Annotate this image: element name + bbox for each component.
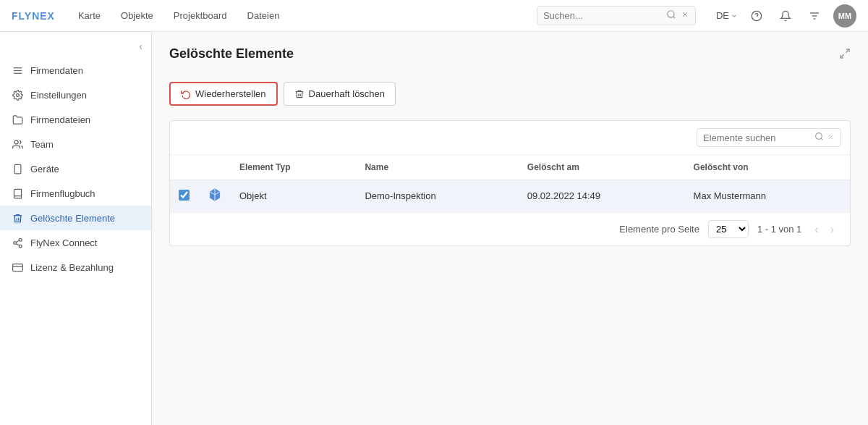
sidebar-item-firmendaten[interactable]: Firmendaten [0,58,151,83]
search-input[interactable] [543,10,662,21]
language-selector[interactable]: DE [716,10,738,21]
col-element-typ: Element Typ [231,155,356,180]
row-deleted-at: 09.02.2022 14:49 [519,180,685,212]
trash-icon [12,212,23,224]
table-search-clear-icon[interactable] [827,132,835,143]
sidebar-item-label: Firmendaten [30,65,83,76]
filter-button[interactable] [804,6,825,26]
sidebar-item-geraete[interactable]: Geräte [0,156,151,181]
svg-rect-21 [12,264,22,271]
col-checkbox [170,155,199,180]
logo: FLYNEX [12,10,55,22]
elements-table: Element Typ Name Gelöscht am Gelöscht vo… [170,155,850,212]
row-name: Demo-Inspektion [356,180,518,212]
per-page-label: Elemente pro Seite [619,224,699,235]
restore-button[interactable]: Wiederherstellen [169,82,278,106]
navbar: FLYNEX Karte Objekte Projektboard Dateie… [0,0,868,32]
prev-page-button[interactable]: ‹ [810,222,822,237]
col-icon [199,155,231,180]
action-bar: Wiederherstellen Dauerhaft löschen [169,82,851,106]
row-checkbox-cell[interactable] [170,180,199,212]
nav-dateien[interactable]: Dateien [244,10,283,21]
svg-point-25 [816,133,822,140]
svg-point-18 [19,245,22,248]
svg-point-13 [14,140,18,143]
col-geloescht-am: Gelöscht am [519,155,685,180]
svg-line-23 [846,49,849,53]
svg-line-20 [16,240,19,242]
svg-point-17 [13,241,16,244]
nav-projektboard[interactable]: Projektboard [171,10,230,21]
list-icon [12,64,23,76]
page-title: Gelöschte Elemente [169,46,294,62]
search-icon [666,9,676,22]
sidebar-item-label: Einstellungen [30,90,87,101]
svg-line-24 [841,54,844,58]
sidebar-item-label: Gelöschte Elemente [30,213,115,224]
row-type-icon-cell [199,180,231,212]
collapse-sidebar-button[interactable]: ‹ [139,41,142,52]
nav-karte[interactable]: Karte [75,10,103,21]
table-search-bar [170,121,850,155]
navbar-right: DE MM [716,4,856,28]
fullscreen-button[interactable] [839,48,851,62]
devices-icon [12,163,23,174]
table-container: Element Typ Name Gelöscht am Gelöscht vo… [169,120,851,246]
clear-search-icon[interactable] [681,10,689,21]
sidebar-item-label: FlyNex Connect [30,237,97,248]
next-page-button[interactable]: › [826,222,838,237]
col-name: Name [356,155,518,180]
sidebar-item-label: Firmenflugbuch [30,188,95,199]
table-search-input[interactable] [703,132,812,143]
book-icon [12,188,23,199]
nav-objekte[interactable]: Objekte [118,10,156,21]
layout: ‹ Firmendaten Einstellungen Firmendateie… [0,32,868,425]
table-search-icon [814,132,824,143]
per-page-select[interactable]: 25 10 50 100 [708,220,749,238]
avatar[interactable]: MM [833,4,856,28]
table-row: Objekt Demo-Inspektion 09.02.2022 14:49 … [170,180,850,212]
help-button[interactable] [746,6,767,26]
connect-icon [12,237,23,248]
page-navigation: ‹ › [810,222,838,237]
search-bar [537,6,696,25]
sidebar-item-label: Lizenz & Bezahlung [30,262,114,273]
sidebar-item-einstellungen[interactable]: Einstellungen [0,83,151,107]
svg-point-16 [19,238,22,241]
col-geloescht-von: Gelöscht von [685,155,850,180]
pagination-bar: Elemente pro Seite 25 10 50 100 1 - 1 vo… [170,212,850,245]
sidebar-item-firmenflugbuch[interactable]: Firmenflugbuch [0,181,151,206]
gear-icon [12,89,23,101]
table-search-box [697,128,841,147]
sidebar-item-label: Geräte [30,164,59,174]
sidebar: ‹ Firmendaten Einstellungen Firmendateie… [0,32,152,425]
users-icon [12,138,23,150]
sidebar-item-label: Team [30,139,54,150]
row-deleted-by: Max Mustermann [685,180,850,212]
svg-point-12 [16,93,19,96]
row-checkbox[interactable] [179,190,190,201]
permanent-delete-button[interactable]: Dauerhaft löschen [284,82,396,106]
row-type: Objekt [231,180,356,212]
sidebar-item-flynex-connect[interactable]: FlyNex Connect [0,230,151,255]
svg-line-19 [16,243,19,245]
sidebar-item-label: Firmendateien [30,114,90,125]
sidebar-item-firmendateien[interactable]: Firmendateien [0,107,151,132]
sidebar-item-lizenz-bezahlung[interactable]: Lizenz & Bezahlung [0,255,151,279]
main-content: Gelöschte Elemente Wiederherstellen Daue… [152,32,868,425]
page-info: 1 - 1 von 1 [757,224,801,235]
sidebar-collapse: ‹ [0,38,151,58]
svg-point-0 [668,11,674,17]
notifications-button[interactable] [775,6,796,26]
svg-line-26 [821,138,822,140]
svg-line-1 [673,17,676,19]
sidebar-item-geloeschte-elemente[interactable]: Gelöschte Elemente [0,206,151,230]
object-type-icon [208,188,222,202]
folder-icon [12,114,23,125]
sidebar-item-team[interactable]: Team [0,132,151,156]
license-icon [12,261,23,273]
